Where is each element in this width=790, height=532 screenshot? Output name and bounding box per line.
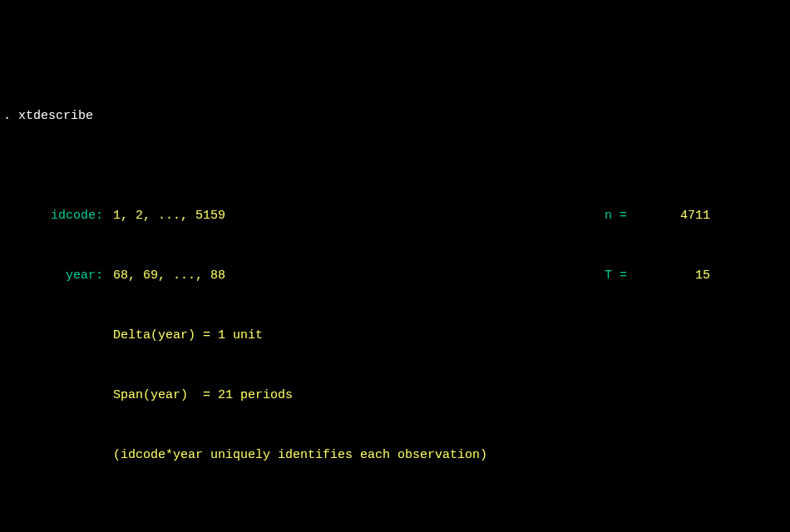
year-value: 68, 69, ..., 88 — [103, 266, 544, 286]
idcode-value: 1, 2, ..., 5159 — [103, 206, 544, 226]
span-text: Span(year) = 21 periods — [103, 386, 544, 406]
command-line: . xtdescribe — [3, 106, 787, 126]
year-line: year:68, 69, ..., 88T =15 — [3, 266, 787, 286]
span-line: Span(year) = 21 periods — [3, 386, 787, 406]
unique-line: (idcode*year uniquely identifies each ob… — [3, 446, 787, 466]
idcode-line: idcode:1, 2, ..., 5159n =4711 — [3, 206, 787, 226]
T-value: 15 — [627, 266, 710, 286]
idcode-label: idcode: — [3, 206, 103, 226]
n-value: 4711 — [627, 206, 710, 226]
year-label: year: — [3, 266, 103, 286]
T-label: T = — [544, 266, 627, 286]
n-label: n = — [544, 206, 627, 226]
unique-text: (idcode*year uniquely identifies each ob… — [103, 446, 544, 466]
delta-line: Delta(year) = 1 unit — [3, 326, 787, 346]
terminal-output: . xtdescribe idcode:1, 2, ..., 5159n =47… — [3, 86, 787, 532]
delta-text: Delta(year) = 1 unit — [103, 326, 544, 346]
